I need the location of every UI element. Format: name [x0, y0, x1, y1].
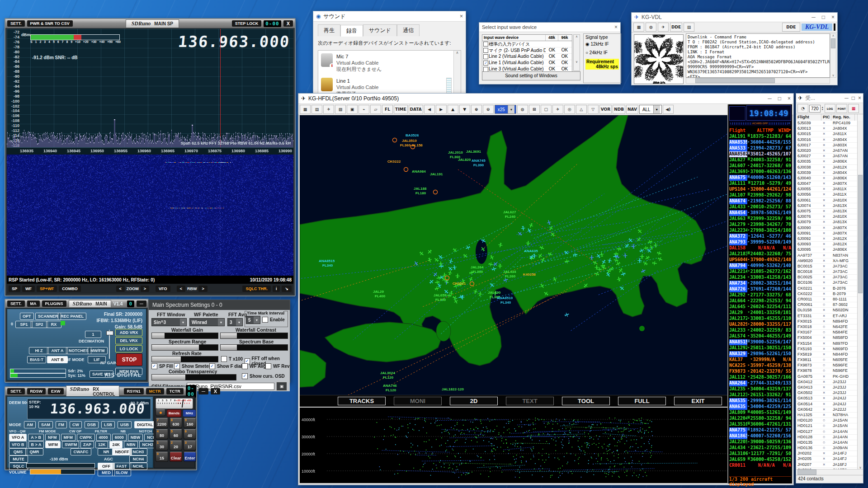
time-filter-icon[interactable]: TIME [394, 105, 408, 114]
font-button[interactable]: FONT [836, 104, 847, 113]
nch3-button[interactable]: NCH3 [129, 448, 147, 455]
contacts-hscrollbar[interactable] [796, 469, 863, 475]
nch4-button[interactable]: NCH4 [129, 455, 147, 463]
contacts-vscrollbar[interactable]: ∨ [857, 121, 863, 469]
mode-cw[interactable]: CW [70, 421, 82, 428]
keypad-30-button[interactable]: 130 [156, 441, 168, 450]
keypad-17-button[interactable]: 317 [184, 441, 196, 450]
table-row[interactable]: 6J0090×JA807X [796, 225, 858, 231]
pan-right-icon[interactable]: ▶ [436, 105, 447, 114]
vdl-vscrollbar[interactable]: ∧∨ [830, 33, 836, 78]
zap-button[interactable]: ZAP [80, 441, 94, 448]
table-row[interactable]: HD0128○JA14AN [796, 435, 858, 440]
kghfdl-window[interactable]: ✈ KG-HFDL(Server 0/10 PortNo 49505) ─ □ … [298, 93, 794, 485]
flight-row[interactable]: ANA793▸39999-52260/149 [729, 239, 791, 245]
flight-row[interactable]: JAL235▸34004-43259/137 [729, 386, 791, 392]
flight-table[interactable]: Flight ALT TMP WIND ▶ JAL191H18375-21283… [729, 128, 791, 476]
wave-scrollbar[interactable]: ∧∨ [573, 34, 580, 71]
table-row[interactable]: ET3331×ET-ARJ [796, 314, 858, 319]
flight-row[interactable]: NCA225▸35997-45259/138 [729, 363, 791, 369]
opt-button[interactable]: OPT [20, 313, 34, 320]
wfm-button[interactable]: WFM [45, 441, 61, 448]
color-button[interactable]: ▦ [848, 104, 859, 113]
flight-row[interactable]: JAL627H24003-32258/ 91 [729, 157, 791, 163]
rsyn1-button[interactable]: RSYN1 [124, 388, 144, 394]
flight-row[interactable]: UPS6046▸37900-49262/148 [729, 257, 791, 263]
tool-button[interactable]: TOOL [562, 397, 610, 405]
spectrum-base-slider[interactable] [220, 344, 288, 351]
lo-lock-button[interactable]: LO LOCK [115, 345, 142, 352]
table-row[interactable]: JH0202×JA14FJ [796, 451, 858, 456]
keypad-60-button[interactable]: 560 [170, 429, 182, 439]
csv-browse-button[interactable]: ▣ [276, 382, 287, 391]
globe-icon[interactable]: ◍ [517, 105, 528, 114]
table-row[interactable]: 6J0092×JA812X [796, 236, 858, 242]
combo-transparency-slider[interactable] [151, 374, 236, 380]
contacts-close-button[interactable]: × [858, 95, 861, 101]
fft-avg-select[interactable]: 3▼ [227, 318, 243, 326]
flight-row[interactable]: JAL1292▸25011-30251/150 [729, 345, 791, 351]
aircraft-list-icon[interactable]: ✈ [323, 105, 334, 114]
flight-data-panel[interactable]: 19:08:49 L ACARS OFF R Flight ALT TMP WI… [727, 104, 792, 483]
decimation-value[interactable]: 1 [85, 331, 101, 338]
sp-mode-button[interactable]: SP [9, 286, 20, 292]
table-row[interactable]: AA9737×N837AN [796, 253, 858, 258]
main-sp-window[interactable]: SETT. PWR & SNR TO CSV SDRunoMAIN SP STE… [5, 18, 296, 296]
swfm-button[interactable]: SWFM [62, 441, 79, 448]
wave-col-96k[interactable]: 96k [558, 35, 571, 41]
circle-icon[interactable]: ◎ [564, 105, 575, 114]
table-row[interactable]: CK0222×B-2079 [796, 291, 858, 297]
rbw-down-button[interactable]: < [177, 286, 185, 292]
flight-row[interactable]: JAL107H23998-29262/ 98 [729, 192, 791, 198]
hiz-button[interactable]: HI Z [29, 347, 49, 354]
radio-12khz[interactable]: ◉ 12kHz IF [585, 42, 619, 47]
volume-slider[interactable] [30, 469, 95, 474]
rx-button[interactable]: RX [46, 321, 61, 328]
table-row[interactable]: GK0413×JA23JJ [796, 385, 858, 390]
tab-communication[interactable]: 通信 [397, 24, 420, 36]
mute-button[interactable]: MUTE [9, 455, 28, 463]
contacts-maximize-button[interactable]: □ [852, 95, 855, 101]
refresh-rate-slider[interactable] [151, 356, 218, 362]
spwf-mode-button[interactable]: SP+WF [37, 286, 57, 292]
wf-gain-slider[interactable] [151, 333, 218, 339]
tmi-select[interactable]: 5▼ [246, 316, 260, 324]
link-icon[interactable]: ⌁ [359, 105, 369, 114]
spectrum-display[interactable]: -72-74-76-78-80-82-84-86-88-90-92-94-96-… [7, 29, 293, 147]
pwr-snr-csv-button[interactable]: PWR & SNR TO CSV [27, 20, 73, 27]
flight-row[interactable]: JAL809H40005-51261/149 [729, 410, 791, 416]
table-row[interactable]: 6J0016×JA804X [796, 137, 858, 143]
wave-row-checkbox[interactable] [483, 42, 488, 47]
flight-row[interactable]: JAL659H36000-45258/152 [729, 457, 791, 463]
vdl-globe-icon[interactable]: ◍ [646, 23, 656, 32]
tab-playback[interactable]: 再生 [318, 24, 340, 36]
sp-close-button[interactable]: X [283, 20, 293, 27]
flight-row[interactable]: JAL574▸35204-46255/149 [729, 333, 791, 339]
keypad-40-button[interactable]: 640 [184, 429, 196, 439]
stop-button[interactable]: STOP [116, 353, 142, 366]
table-row[interactable]: 6J0093×JA812X [796, 242, 858, 247]
flight-row[interactable]: JAL645▸26024-32254/111 [729, 304, 791, 310]
table-row[interactable]: FX9873○N596FE [796, 363, 858, 368]
table-row[interactable]: 6J0095×JA806X [796, 247, 858, 253]
table-row[interactable]: BC0015×JA73AC [796, 264, 858, 269]
flight-row[interactable]: ANA734▸28002-38251/104 [729, 281, 791, 286]
keypad-15-button[interactable]: 015 [156, 452, 168, 462]
b-to-a-button[interactable]: B > A [28, 441, 44, 448]
table-row[interactable]: HA1325×N378HA [796, 413, 858, 418]
table-row[interactable]: 6J0047×JA807X [796, 181, 858, 187]
text-button[interactable]: TEXT [506, 397, 554, 405]
nav-icon[interactable]: NAV [626, 105, 638, 114]
qms-button[interactable]: QMS [9, 448, 27, 455]
table-row[interactable]: FX0167○N584FE [796, 330, 858, 335]
flight-row[interactable]: ANA675H40000-51260/143 [729, 175, 791, 181]
aircraft-filter-select[interactable]: ALL▼ [639, 105, 662, 114]
flight-row[interactable]: JAL292▸27177-33275/ 68 [729, 292, 791, 298]
clear-icon[interactable]: ▽ [588, 105, 599, 114]
kghfdl-minimize-button[interactable]: ─ [768, 95, 772, 102]
flight-row[interactable]: UAL2829▸28000-33255/117 [729, 322, 791, 328]
table-row[interactable]: FX5193×N869FD [796, 347, 858, 352]
table-row[interactable]: JH0207×JA16FJ [796, 462, 858, 468]
table-row[interactable]: 6J0076×JA810X [796, 214, 858, 220]
wave-device-row[interactable]: ✓Line 1 (Virtual Audio Cable)OKOK [482, 60, 572, 66]
